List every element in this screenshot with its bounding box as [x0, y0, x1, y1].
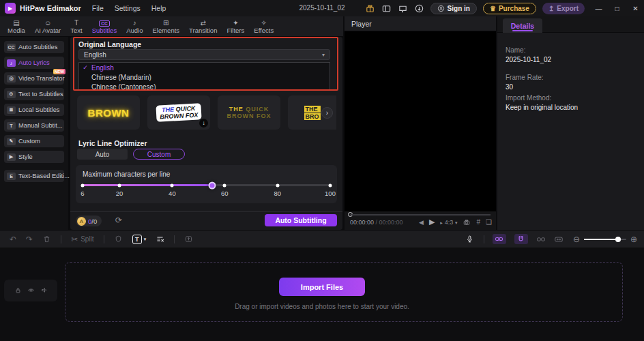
prev-frame-icon[interactable]: ◀ — [419, 219, 424, 226]
lyric-line-optimizer-label: Lyric Line Optimizer — [78, 139, 147, 147]
total-time: 00:00:00 — [379, 219, 403, 226]
split-label[interactable]: Split — [80, 235, 93, 243]
app-window: ▶ HitPaw Edimakor File Settings Help 202… — [0, 0, 644, 341]
slider-tick-dot — [171, 183, 174, 187]
elements-grid-icon: ⊞ — [163, 19, 169, 27]
template-card-glow[interactable]: BROWN — [77, 95, 140, 130]
download-template-icon[interactable]: ↓ — [199, 119, 208, 128]
sidebar-item-manual-subtitles[interactable]: TManual Subtit... — [4, 119, 64, 132]
magnet-snap-toggle[interactable] — [514, 234, 528, 244]
player-progress-bar[interactable] — [350, 214, 491, 216]
hide-track-eye-icon[interactable] — [27, 286, 35, 295]
main-toolbar: ▤Media ☺AI Avatar TText CCSubtitles ♪Aud… — [0, 16, 343, 37]
undo-icon[interactable]: ↶ — [10, 235, 16, 244]
language-dropdown[interactable]: English ▾ — [78, 49, 330, 60]
export-clip-icon[interactable] — [184, 235, 193, 243]
language-option-chinese-cantonese[interactable]: ✓Chinese (Cantonese) — [79, 82, 330, 91]
slider-tick-dot — [118, 183, 121, 187]
language-option-chinese-mandarin[interactable]: ✓Chinese (Mandarin) — [79, 72, 330, 82]
link-clips-toggle[interactable] — [493, 234, 506, 244]
window-close-button[interactable]: ✕ — [631, 5, 640, 12]
language-option-english[interactable]: ✓English — [79, 63, 330, 72]
sidebar-item-text-based-editing[interactable]: EText-Based Editi... — [4, 170, 64, 182]
delete-icon[interactable] — [42, 235, 51, 243]
zoom-out-icon[interactable]: ⊖ — [573, 235, 580, 244]
redo-icon[interactable]: ↷ — [26, 235, 33, 244]
play-icon[interactable]: ▶ — [429, 218, 435, 226]
manual-subtitles-icon: T — [7, 122, 16, 130]
timeline-zoom-slider[interactable] — [584, 239, 626, 240]
template-card-yellow[interactable]: THE QUICK BROWN FOX — [218, 95, 280, 130]
safe-area-grid-icon[interactable]: # — [476, 218, 480, 226]
tab-elements[interactable]: ⊞Elements — [147, 16, 184, 37]
tab-media[interactable]: ▤Media — [3, 16, 30, 37]
tab-text[interactable]: TText — [65, 16, 87, 37]
window-maximize-button[interactable]: □ — [613, 5, 621, 12]
window-minimize-button[interactable]: — — [594, 5, 603, 12]
sidebar-item-auto-subtitles[interactable]: CCAuto Subtitles — [4, 41, 64, 53]
snapshot-camera-icon[interactable] — [463, 218, 471, 226]
details-panel: Details Name: 2025-10-11_02 Frame Rate: … — [497, 16, 644, 230]
zoom-slider-handle[interactable] — [615, 237, 621, 242]
audio-note-icon: ♪ — [133, 19, 136, 27]
filters-sparkle-icon: ✦ — [233, 19, 238, 27]
app-logo-icon: ▶ — [5, 3, 16, 14]
tab-subtitles[interactable]: CCSubtitles — [87, 16, 121, 37]
video-preview[interactable] — [345, 31, 496, 211]
feedback-icon[interactable] — [398, 3, 408, 14]
auto-subtitling-button[interactable]: Auto Subtitling — [265, 214, 337, 226]
voiceover-mic-icon[interactable] — [465, 235, 474, 243]
template-card-sticker[interactable]: THE QUICK BROWN FOX ↓ — [147, 95, 210, 130]
max-characters-label: Maximum characters per line — [83, 170, 170, 178]
tab-ai-avatar[interactable]: ☺AI Avatar — [30, 16, 65, 37]
text-based-editing-icon: E — [7, 173, 16, 180]
refresh-credits-icon[interactable]: ⟳ — [115, 216, 122, 225]
credit-coin-icon: A — [77, 217, 86, 226]
zoom-in-icon[interactable]: ⊕ — [630, 235, 637, 244]
template-scroll-right-button[interactable]: › — [321, 107, 333, 119]
optimizer-auto-button[interactable]: Auto — [77, 149, 128, 160]
max-characters-slider[interactable] — [83, 184, 330, 186]
purchase-button[interactable]: ♛ Purchase — [483, 3, 536, 14]
import-files-button[interactable]: Import Files — [279, 278, 365, 296]
sidebar-item-video-translator[interactable]: ◎Video TranslatorNEW — [4, 72, 64, 85]
sidebar-item-local-subtitles[interactable]: ≣Local Subtitles — [4, 104, 64, 116]
shield-icon[interactable] — [114, 235, 123, 243]
import-method-value: Keep in original location — [506, 104, 578, 111]
tab-audio[interactable]: ♪Audio — [121, 16, 147, 37]
tab-effects[interactable]: ✧Effects — [249, 16, 278, 37]
current-time: 00:00:00 — [350, 219, 374, 226]
download-update-icon[interactable] — [414, 3, 424, 14]
tab-filters[interactable]: ✦Filters — [222, 16, 249, 37]
tab-details[interactable]: Details — [503, 18, 542, 33]
sidebar-item-custom[interactable]: ✎Custom — [4, 135, 64, 147]
split-icon[interactable]: ✂ — [71, 235, 78, 244]
clear-subtitles-button[interactable] — [156, 235, 164, 243]
person-icon — [437, 5, 445, 12]
toolbar-divider — [174, 235, 175, 243]
fullscreen-icon[interactable]: ❏ — [486, 218, 492, 226]
menu-file[interactable]: File — [92, 4, 104, 12]
sidebar-item-style[interactable]: ▶Style — [4, 151, 64, 163]
player-panel: Player 00:00:00 / 00:00:00 ◀ ▶ ▸ 4:3 ▾ #… — [345, 16, 496, 230]
gift-icon[interactable] — [365, 3, 375, 14]
menu-settings[interactable]: Settings — [115, 4, 141, 12]
aspect-ratio-dropdown[interactable]: ▸ 4:3 ▾ — [440, 218, 457, 226]
language-dropdown-list: ✓English ✓Chinese (Mandarin) ✓Chinese (C… — [78, 62, 330, 91]
text-tool-button[interactable]: T▾ — [132, 235, 147, 244]
sign-in-button[interactable]: Sign in — [430, 3, 477, 14]
unlink-clips-icon[interactable] — [536, 235, 546, 244]
sidebar-item-text-to-subtitles[interactable]: ⊙Text to Subtitles — [4, 88, 64, 100]
export-button[interactable]: ↥ Export — [542, 3, 585, 14]
player-controls: ◀ ▶ ▸ 4:3 ▾ # ❏ — [419, 218, 492, 226]
tab-transition[interactable]: ⇄Transition — [184, 16, 222, 37]
menu-help[interactable]: Help — [151, 4, 166, 12]
mute-track-speaker-icon[interactable] — [40, 286, 48, 295]
frame-rate-label: Frame Rate: — [506, 74, 544, 81]
layout-panels-icon[interactable] — [381, 3, 392, 14]
fit-timeline-icon[interactable] — [554, 235, 564, 244]
slider-handle[interactable] — [208, 181, 216, 189]
optimizer-custom-button[interactable]: Custom — [133, 149, 185, 160]
sidebar-item-auto-lyrics[interactable]: ♪Auto Lyrics — [4, 57, 64, 69]
lock-track-icon[interactable] — [14, 286, 22, 295]
